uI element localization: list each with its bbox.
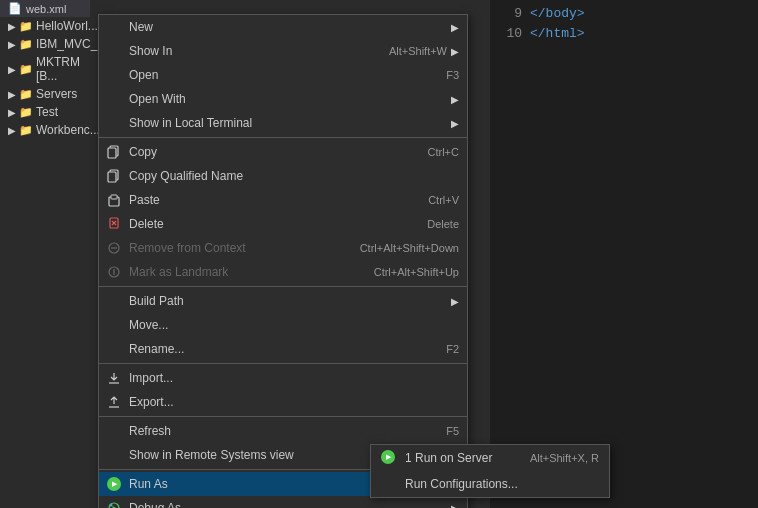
open-with-icon xyxy=(105,91,123,107)
show-in-icon xyxy=(105,43,123,59)
menu-label: Paste xyxy=(129,193,408,207)
menu-label: Show in Local Terminal xyxy=(129,116,447,130)
terminal-icon xyxy=(105,115,123,131)
menu-label: Debug As xyxy=(129,501,447,508)
menu-item-copy-qualified-name[interactable]: Copy Qualified Name xyxy=(99,164,467,188)
context-menu: New ▶ Show In Alt+Shift+W ▶ Open F3 Open… xyxy=(98,14,468,508)
svg-rect-3 xyxy=(108,172,116,182)
menu-label: Move... xyxy=(129,318,459,332)
menu-label: Remove from Context xyxy=(129,241,340,255)
menu-item-mark-landmark[interactable]: Mark as Landmark Ctrl+Alt+Shift+Up xyxy=(99,260,467,284)
submenu-label: 1 Run on Server xyxy=(405,451,530,465)
project-icon: 📁 xyxy=(19,38,33,51)
svg-rect-5 xyxy=(111,195,117,199)
line-number: 9 xyxy=(498,4,522,24)
shortcut-label: F5 xyxy=(446,425,459,437)
menu-item-move[interactable]: Move... xyxy=(99,313,467,337)
menu-label: Open xyxy=(129,68,426,82)
svg-rect-1 xyxy=(108,148,116,158)
menu-item-copy[interactable]: Copy Ctrl+C xyxy=(99,140,467,164)
editor-line-9: 9 </body> xyxy=(498,4,750,24)
copy-icon xyxy=(105,144,123,160)
shortcut-label: Alt+Shift+W xyxy=(389,45,447,57)
submenu-item-run-on-server[interactable]: 1 Run on Server Alt+Shift+X, R xyxy=(371,445,609,471)
expand-icon: ▶ xyxy=(8,89,16,100)
import-icon xyxy=(105,370,123,386)
expand-icon: ▶ xyxy=(8,39,16,50)
sidebar-item-mktrm[interactable]: ▶ 📁 MKTRM [B... xyxy=(0,53,90,85)
build-path-icon xyxy=(105,293,123,309)
menu-label: Build Path xyxy=(129,294,447,308)
menu-label: Show In xyxy=(129,44,369,58)
sidebar-label: Test xyxy=(36,105,58,119)
shortcut-label: Ctrl+Alt+Shift+Up xyxy=(374,266,459,278)
arrow-icon: ▶ xyxy=(451,503,459,509)
menu-item-build-path[interactable]: Build Path ▶ xyxy=(99,289,467,313)
project-icon: 📁 xyxy=(19,88,33,101)
menu-label: Copy xyxy=(129,145,408,159)
menu-item-export[interactable]: Export... xyxy=(99,390,467,414)
file-tab-label: web.xml xyxy=(26,3,66,15)
menu-label: Export... xyxy=(129,395,459,409)
code-content: </body> xyxy=(530,4,585,24)
arrow-icon: ▶ xyxy=(451,22,459,33)
menu-label: Mark as Landmark xyxy=(129,265,354,279)
menu-item-remove-context[interactable]: Remove from Context Ctrl+Alt+Shift+Down xyxy=(99,236,467,260)
sidebar-item-hello-world[interactable]: ▶ 📁 HelloWorl... xyxy=(0,17,90,35)
menu-label: Import... xyxy=(129,371,459,385)
menu-label: Open With xyxy=(129,92,447,106)
menu-item-open[interactable]: Open F3 xyxy=(99,63,467,87)
menu-item-new[interactable]: New ▶ xyxy=(99,15,467,39)
project-icon: 📁 xyxy=(19,20,33,33)
run-as-submenu: 1 Run on Server Alt+Shift+X, R Run Confi… xyxy=(370,444,610,498)
shortcut-label: F3 xyxy=(446,69,459,81)
menu-item-delete[interactable]: Delete Delete xyxy=(99,212,467,236)
copy-qualified-icon xyxy=(105,168,123,184)
sidebar-label: HelloWorl... xyxy=(36,19,98,33)
arrow-icon: ▶ xyxy=(451,296,459,307)
menu-item-refresh[interactable]: Refresh F5 xyxy=(99,419,467,443)
submenu-label: Run Configurations... xyxy=(405,477,599,491)
arrow-icon: ▶ xyxy=(451,46,459,57)
menu-item-show-in[interactable]: Show In Alt+Shift+W ▶ xyxy=(99,39,467,63)
menu-item-paste[interactable]: Paste Ctrl+V xyxy=(99,188,467,212)
remove-context-icon xyxy=(105,240,123,256)
separator-2 xyxy=(99,286,467,287)
menu-label: Copy Qualified Name xyxy=(129,169,459,183)
debug-as-icon xyxy=(105,500,123,508)
menu-label: Rename... xyxy=(129,342,426,356)
file-tab[interactable]: 📄 web.xml xyxy=(0,0,90,17)
sidebar-label: Workbenc... xyxy=(36,123,100,137)
expand-icon: ▶ xyxy=(8,125,16,136)
separator-3 xyxy=(99,363,467,364)
expand-icon: ▶ xyxy=(8,64,16,75)
sidebar-item-ibm-mvc[interactable]: ▶ 📁 IBM_MVC_... xyxy=(0,35,90,53)
sidebar-item-workbench[interactable]: ▶ 📁 Workbenc... xyxy=(0,121,90,139)
project-icon: 📁 xyxy=(19,63,33,76)
export-icon xyxy=(105,394,123,410)
line-number: 10 xyxy=(498,24,522,44)
remote-icon xyxy=(105,447,123,463)
code-editor: 9 </body> 10 </html> xyxy=(490,0,758,508)
delete-icon xyxy=(105,216,123,232)
landmark-icon xyxy=(105,264,123,280)
submenu-item-run-configurations[interactable]: Run Configurations... xyxy=(371,471,609,497)
menu-item-open-with[interactable]: Open With ▶ xyxy=(99,87,467,111)
refresh-icon xyxy=(105,423,123,439)
menu-label: Refresh xyxy=(129,424,426,438)
sidebar-item-servers[interactable]: ▶ 📁 Servers xyxy=(0,85,90,103)
menu-item-import[interactable]: Import... xyxy=(99,366,467,390)
menu-item-show-local-terminal[interactable]: Show in Local Terminal ▶ xyxy=(99,111,467,135)
shortcut-label: Ctrl+Alt+Shift+Down xyxy=(360,242,459,254)
separator-4 xyxy=(99,416,467,417)
sidebar: 📄 web.xml ▶ 📁 HelloWorl... ▶ 📁 IBM_MVC_.… xyxy=(0,0,90,508)
menu-label: New xyxy=(129,20,447,34)
sidebar-item-test[interactable]: ▶ 📁 Test xyxy=(0,103,90,121)
svg-point-16 xyxy=(110,504,113,507)
new-icon xyxy=(105,19,123,35)
menu-item-rename[interactable]: Rename... F2 xyxy=(99,337,467,361)
open-icon xyxy=(105,67,123,83)
sidebar-label: MKTRM [B... xyxy=(36,55,86,83)
paste-icon xyxy=(105,192,123,208)
xml-file-icon: 📄 xyxy=(8,2,22,15)
